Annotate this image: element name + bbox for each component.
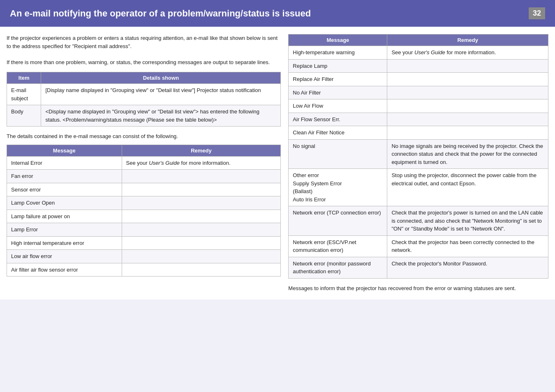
- item-cell: E-mail subject: [7, 84, 41, 105]
- left-remedy-header: Remedy: [122, 145, 281, 156]
- right-remedy-cell: Check that the projector has been correc…: [387, 235, 548, 257]
- right-message-cell: Air Flow Sensor Err.: [289, 113, 387, 126]
- right-remedy-cell: See your User's Guide for more informati…: [387, 46, 548, 60]
- right-remedy-cell: Check that the projector's power is turn…: [387, 206, 548, 236]
- right-remedy-cell: No image signals are being received by t…: [387, 139, 548, 169]
- left-message-cell: Lamp Cover Open: [7, 196, 122, 210]
- left-column: If the projector experiences a problem o…: [7, 34, 288, 292]
- left-remedy-cell: [122, 236, 281, 250]
- item-cell: Body: [7, 105, 41, 127]
- left-message-cell: Fan error: [7, 170, 122, 183]
- left-remedy-cell: [122, 263, 281, 277]
- page-title: An e-mail notifying the operator of a pr…: [10, 8, 311, 19]
- left-message-header: Message: [7, 145, 122, 156]
- right-message-cell: Replace Lamp: [289, 59, 387, 73]
- right-remedy-cell: Stop using the projector, disconnect the…: [387, 169, 548, 206]
- right-message-cell: No Air Filter: [289, 86, 387, 99]
- right-remedy-cell: [387, 113, 548, 126]
- item-col-header: Item: [7, 72, 41, 84]
- right-message-cell: Network error (monitor password authenti…: [289, 257, 387, 278]
- right-message-header: Message: [289, 35, 387, 46]
- left-remedy-cell: [122, 170, 281, 183]
- left-message-cell: Low air flow error: [7, 250, 122, 263]
- right-message-cell: Other errorSupply System Error(Ballast)A…: [289, 169, 387, 206]
- right-message-cell: Low Air Flow: [289, 99, 387, 113]
- item-details-table: Item Details shown E-mail subject[Displa…: [7, 72, 281, 127]
- right-remedy-cell: [387, 59, 548, 73]
- left-message-cell: Air filter air flow sensor error: [7, 263, 122, 277]
- right-remedy-header: Remedy: [387, 35, 548, 46]
- page-number: 32: [529, 7, 545, 19]
- right-message-cell: Clean Air Filter Notice: [289, 126, 387, 140]
- left-message-cell: Sensor error: [7, 183, 122, 196]
- right-message-cell: Replace Air Filter: [289, 73, 387, 86]
- left-remedy-cell: [122, 196, 281, 210]
- right-remedy-cell: [387, 73, 548, 86]
- left-message-cell: High internal temperature error: [7, 236, 122, 250]
- right-column: Message Remedy High-temperature warningS…: [288, 34, 548, 292]
- detail-cell: <Display name displayed in "Grouping vie…: [41, 105, 281, 127]
- right-message-cell: High-temperature warning: [289, 46, 387, 60]
- footer-text: Messages to inform that the projector ha…: [288, 284, 548, 293]
- left-message-cell: Lamp failure at power on: [7, 210, 122, 223]
- left-remedy-cell: [122, 183, 281, 196]
- left-message-cell: Internal Error: [7, 156, 122, 170]
- details-col-header: Details shown: [41, 72, 281, 84]
- left-remedy-cell: [122, 210, 281, 223]
- right-remedy-cell: Check the projector's Monitor Password.: [387, 257, 548, 278]
- page-header: An e-mail notifying the operator of a pr…: [0, 0, 555, 27]
- left-message-cell: Lamp Error: [7, 223, 122, 237]
- right-message-cell: No signal: [289, 139, 387, 169]
- right-message-table: Message Remedy High-temperature warningS…: [288, 34, 548, 279]
- details-text: The details contained in the e-mail mess…: [7, 132, 281, 141]
- detail-cell: [Display name displayed in "Grouping vie…: [41, 84, 281, 105]
- left-message-table: Message Remedy Internal ErrorSee your Us…: [7, 145, 281, 277]
- left-remedy-cell: [122, 250, 281, 263]
- intro-paragraph-1: If the projector experiences a problem o…: [7, 34, 281, 66]
- right-remedy-cell: [387, 86, 548, 99]
- left-remedy-cell: [122, 223, 281, 237]
- right-message-cell: Network error (TCP connection error): [289, 206, 387, 236]
- left-remedy-cell: See your User's Guide for more informati…: [122, 156, 281, 170]
- right-remedy-cell: [387, 126, 548, 140]
- right-remedy-cell: [387, 99, 548, 113]
- right-message-cell: Network error (ESC/VP.net communication …: [289, 235, 387, 257]
